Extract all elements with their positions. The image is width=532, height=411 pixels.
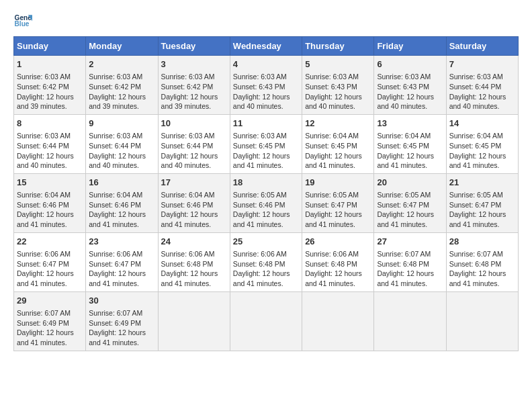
calendar-cell-day-26: 26Sunrise: 6:06 AMSunset: 6:48 PMDayligh… (302, 232, 374, 291)
calendar-header-row: SundayMondayTuesdayWednesdayThursdayFrid… (14, 37, 519, 56)
calendar-cell-day-6: 6Sunrise: 6:03 AMSunset: 6:43 PMDaylight… (374, 56, 446, 115)
calendar-cell-day-17: 17Sunrise: 6:04 AMSunset: 6:46 PMDayligh… (158, 173, 230, 232)
col-header-friday: Friday (374, 37, 446, 56)
col-header-thursday: Thursday (302, 37, 374, 56)
logo-icon: General Blue (13, 11, 32, 30)
calendar-cell-day-1: 1Sunrise: 6:03 AMSunset: 6:42 PMDaylight… (14, 56, 86, 115)
calendar-cell-day-9: 9Sunrise: 6:03 AMSunset: 6:44 PMDaylight… (86, 114, 158, 173)
calendar-cell-day-2: 2Sunrise: 6:03 AMSunset: 6:42 PMDaylight… (86, 56, 158, 115)
calendar-cell-day-7: 7Sunrise: 6:03 AMSunset: 6:44 PMDaylight… (446, 56, 518, 115)
col-header-saturday: Saturday (446, 37, 518, 56)
calendar-cell-day-24: 24Sunrise: 6:06 AMSunset: 6:48 PMDayligh… (158, 232, 230, 291)
calendar-cell-day-13: 13Sunrise: 6:04 AMSunset: 6:45 PMDayligh… (374, 114, 446, 173)
calendar-week-row-2: 15Sunrise: 6:04 AMSunset: 6:46 PMDayligh… (14, 173, 519, 232)
calendar-cell-day-25: 25Sunrise: 6:06 AMSunset: 6:48 PMDayligh… (230, 232, 302, 291)
calendar-cell-empty (446, 291, 518, 351)
col-header-monday: Monday (86, 37, 158, 56)
calendar-cell-day-15: 15Sunrise: 6:04 AMSunset: 6:46 PMDayligh… (14, 173, 86, 232)
logo: General Blue (13, 11, 35, 30)
calendar-cell-day-18: 18Sunrise: 6:05 AMSunset: 6:46 PMDayligh… (230, 173, 302, 232)
calendar-cell-day-23: 23Sunrise: 6:06 AMSunset: 6:47 PMDayligh… (86, 232, 158, 291)
svg-text:Blue: Blue (15, 20, 30, 28)
calendar-cell-day-20: 20Sunrise: 6:05 AMSunset: 6:47 PMDayligh… (374, 173, 446, 232)
calendar-cell-day-29: 29Sunrise: 6:07 AMSunset: 6:49 PMDayligh… (14, 291, 86, 351)
calendar-week-row-4: 29Sunrise: 6:07 AMSunset: 6:49 PMDayligh… (14, 291, 519, 351)
calendar-cell-day-11: 11Sunrise: 6:03 AMSunset: 6:45 PMDayligh… (230, 114, 302, 173)
calendar-table: SundayMondayTuesdayWednesdayThursdayFrid… (13, 36, 519, 351)
calendar-cell-day-21: 21Sunrise: 6:05 AMSunset: 6:47 PMDayligh… (446, 173, 518, 232)
calendar-cell-day-22: 22Sunrise: 6:06 AMSunset: 6:47 PMDayligh… (14, 232, 86, 291)
calendar-cell-day-14: 14Sunrise: 6:04 AMSunset: 6:45 PMDayligh… (446, 114, 518, 173)
calendar-cell-day-10: 10Sunrise: 6:03 AMSunset: 6:44 PMDayligh… (158, 114, 230, 173)
calendar-cell-day-28: 28Sunrise: 6:07 AMSunset: 6:48 PMDayligh… (446, 232, 518, 291)
calendar-cell-day-16: 16Sunrise: 6:04 AMSunset: 6:46 PMDayligh… (86, 173, 158, 232)
col-header-sunday: Sunday (14, 37, 86, 56)
col-header-tuesday: Tuesday (158, 37, 230, 56)
calendar-cell-empty (302, 291, 374, 351)
calendar-cell-empty (374, 291, 446, 351)
calendar-cell-day-4: 4Sunrise: 6:03 AMSunset: 6:43 PMDaylight… (230, 56, 302, 115)
calendar-cell-day-19: 19Sunrise: 6:05 AMSunset: 6:47 PMDayligh… (302, 173, 374, 232)
col-header-wednesday: Wednesday (230, 37, 302, 56)
calendar-cell-day-12: 12Sunrise: 6:04 AMSunset: 6:45 PMDayligh… (302, 114, 374, 173)
calendar-week-row-1: 8Sunrise: 6:03 AMSunset: 6:44 PMDaylight… (14, 114, 519, 173)
calendar-cell-day-3: 3Sunrise: 6:03 AMSunset: 6:42 PMDaylight… (158, 56, 230, 115)
calendar-cell-empty (158, 291, 230, 351)
calendar-week-row-3: 22Sunrise: 6:06 AMSunset: 6:47 PMDayligh… (14, 232, 519, 291)
calendar-cell-empty (230, 291, 302, 351)
calendar-cell-day-27: 27Sunrise: 6:07 AMSunset: 6:48 PMDayligh… (374, 232, 446, 291)
calendar-cell-day-8: 8Sunrise: 6:03 AMSunset: 6:44 PMDaylight… (14, 114, 86, 173)
page-header: General Blue (13, 11, 519, 30)
calendar-cell-day-30: 30Sunrise: 6:07 AMSunset: 6:49 PMDayligh… (86, 291, 158, 351)
calendar-cell-day-5: 5Sunrise: 6:03 AMSunset: 6:43 PMDaylight… (302, 56, 374, 115)
calendar-week-row-0: 1Sunrise: 6:03 AMSunset: 6:42 PMDaylight… (14, 56, 519, 115)
